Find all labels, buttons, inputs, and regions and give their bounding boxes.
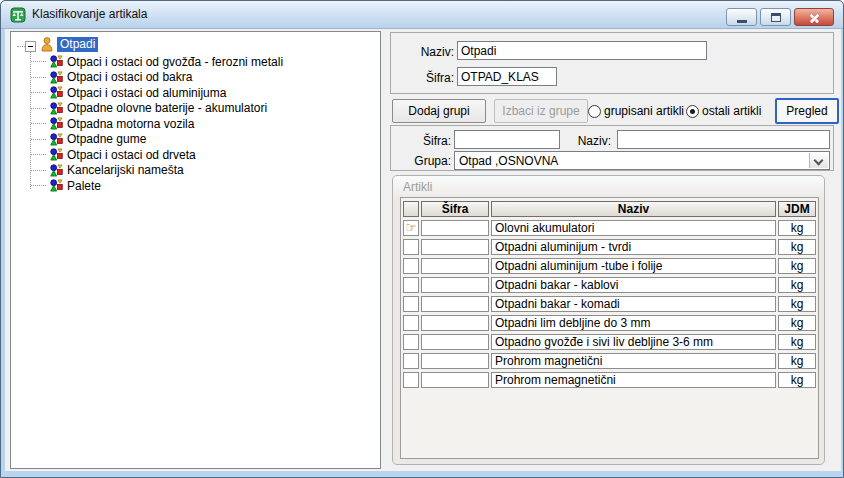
filter-naziv-input[interactable] [617,130,830,149]
row-indicator-cell[interactable] [403,315,419,331]
table-row[interactable]: Prohrom magnetičnikg [403,353,816,369]
cell-sifra[interactable] [421,372,489,388]
tree-root-label[interactable]: Otpadi [57,37,98,52]
cell-naziv[interactable]: Prohrom nemagnetični [491,372,776,388]
tree-item[interactable]: Otpadne olovne baterije - akumulatori [11,101,380,117]
tree-item[interactable]: Otpaci i ostaci od drveta [11,147,380,163]
filter-sifra-input[interactable] [454,130,560,149]
app-window: Klasifikovanje artikala [0,0,844,478]
cell-sifra[interactable] [421,258,489,274]
grupa-dropdown-button[interactable] [809,153,828,168]
cell-jdm[interactable]: kg [778,353,816,369]
cell-jdm[interactable]: kg [778,372,816,388]
cell-sifra[interactable] [421,277,489,293]
cell-naziv[interactable]: Otpadni bakar - kablovi [491,277,776,293]
filter-sifra-label: Šifra: [399,134,451,148]
tree-item-label: Kancelarijski namešta [67,163,184,177]
table-row[interactable]: Otpadni bakar - komadikg [403,296,816,312]
tree-item-label: Otpaci i ostaci od gvožđa - ferozni meta… [67,55,283,69]
collapse-minus-icon[interactable] [25,41,36,52]
row-indicator-cell[interactable] [403,258,419,274]
table-row[interactable]: Otpadni aluminijum -tube i folijekg [403,258,816,274]
cell-naziv[interactable]: Otpadni aluminijum - tvrdi [491,239,776,255]
grupa-selected-value: Otpad ,OSNOVNA [459,154,558,168]
close-button[interactable] [794,8,834,26]
tree-item-label: Otpadne olovne baterije - akumulatori [67,101,267,115]
cell-naziv[interactable]: Otpadno gvožđe i sivi liv debljine 3-6 m… [491,334,776,350]
cell-jdm[interactable]: kg [778,258,816,274]
client-area: Otpadi Otpaci i ostaci od gvožđa - feroz… [5,29,841,471]
cell-sifra[interactable] [421,239,489,255]
grupa-combobox[interactable]: Otpad ,OSNOVNA [454,151,830,170]
row-indicator-cell[interactable] [403,296,419,312]
cell-jdm[interactable]: kg [778,220,816,236]
header-jdm[interactable]: JDM [778,201,816,217]
minimize-icon [737,20,747,23]
shapes-icon [50,71,63,84]
tree-item[interactable]: Otpadna motorna vozila [11,116,380,132]
filter-panel: Šifra: Naziv: Grupa: Otpad ,OSNOVNA [390,125,834,171]
tree: Otpadi Otpaci i ostaci od gvožđa - feroz… [11,36,380,194]
shapes-icon [50,148,63,161]
tree-item-label: Otpaci i ostaci od drveta [67,148,196,162]
header-indicator[interactable] [403,201,419,217]
maximize-icon [771,13,781,22]
tree-item[interactable]: Palete [11,178,380,194]
cell-jdm[interactable]: kg [778,334,816,350]
hand-pointer-icon: ☞ [405,220,417,235]
radio-ostali-artikli[interactable]: ostali artikli [686,104,761,118]
table-row[interactable]: Otpadni bakar - kablovikg [403,277,816,293]
row-indicator-cell[interactable] [403,334,419,350]
scales-icon [10,7,26,23]
table-row[interactable]: Otpadno gvožđe i sivi liv debljine 3-6 m… [403,334,816,350]
table-row[interactable]: ☞Olovni akumulatorikg [403,220,816,236]
tree-item[interactable]: Otpaci i ostaci od gvožđa - ferozni meta… [11,54,380,70]
dodaj-grupi-button[interactable]: Dodaj grupi [392,99,486,123]
cell-jdm[interactable]: kg [778,277,816,293]
tree-item-label: Palete [67,179,101,193]
cell-naziv[interactable]: Otpadni aluminijum -tube i folije [491,258,776,274]
table-row[interactable]: Prohrom nemagnetičnikg [403,372,816,388]
cell-jdm[interactable]: kg [778,239,816,255]
cell-naziv[interactable]: Otpadni bakar - komadi [491,296,776,312]
tree-item[interactable]: Kancelarijski namešta [11,163,380,179]
cell-sifra[interactable] [421,334,489,350]
shapes-icon [50,86,63,99]
cell-sifra[interactable] [421,353,489,369]
grid-header-row: Šifra Naziv JDM [403,201,816,217]
izbaci-iz-grupe-button[interactable]: Izbaci iz grupe [494,99,588,123]
cell-jdm[interactable]: kg [778,296,816,312]
cell-naziv[interactable]: Prohrom magnetični [491,353,776,369]
tree-root-row[interactable]: Otpadi [11,36,380,52]
naziv-label: Naziv: [399,45,454,59]
table-row[interactable]: Otpadni lim debljine do 3 mmkg [403,315,816,331]
naziv-input[interactable] [457,41,707,60]
radio-ostali-label: ostali artikli [702,104,761,118]
row-indicator-cell[interactable] [403,372,419,388]
tree-item-label: Otpadne gume [67,132,146,146]
row-indicator-cell[interactable]: ☞ [403,220,419,236]
cell-sifra[interactable] [421,296,489,312]
cell-jdm[interactable]: kg [778,315,816,331]
cell-sifra[interactable] [421,315,489,331]
table-row[interactable]: Otpadni aluminijum - tvrdikg [403,239,816,255]
tree-item[interactable]: Otpaci i ostaci od aluminijuma [11,85,380,101]
header-naziv[interactable]: Naziv [491,201,776,217]
titlebar[interactable]: Klasifikovanje artikala [1,1,843,29]
radio-unchecked-icon [588,105,601,118]
row-indicator-cell[interactable] [403,277,419,293]
header-sifra[interactable]: Šifra [421,201,489,217]
cell-sifra[interactable] [421,220,489,236]
maximize-button[interactable] [760,8,791,26]
sifra-input[interactable] [457,67,557,86]
shapes-icon [50,117,63,130]
row-indicator-cell[interactable] [403,239,419,255]
cell-naziv[interactable]: Otpadni lim debljine do 3 mm [491,315,776,331]
tree-item[interactable]: Otpadne gume [11,132,380,148]
cell-naziv[interactable]: Olovni akumulatori [491,220,776,236]
radio-grupisani-artikli[interactable]: grupisani artikli [588,104,684,118]
pregled-button[interactable]: Pregled [775,98,839,124]
row-indicator-cell[interactable] [403,353,419,369]
minimize-button[interactable] [726,8,757,26]
tree-item[interactable]: Otpaci i ostaci od bakra [11,70,380,86]
